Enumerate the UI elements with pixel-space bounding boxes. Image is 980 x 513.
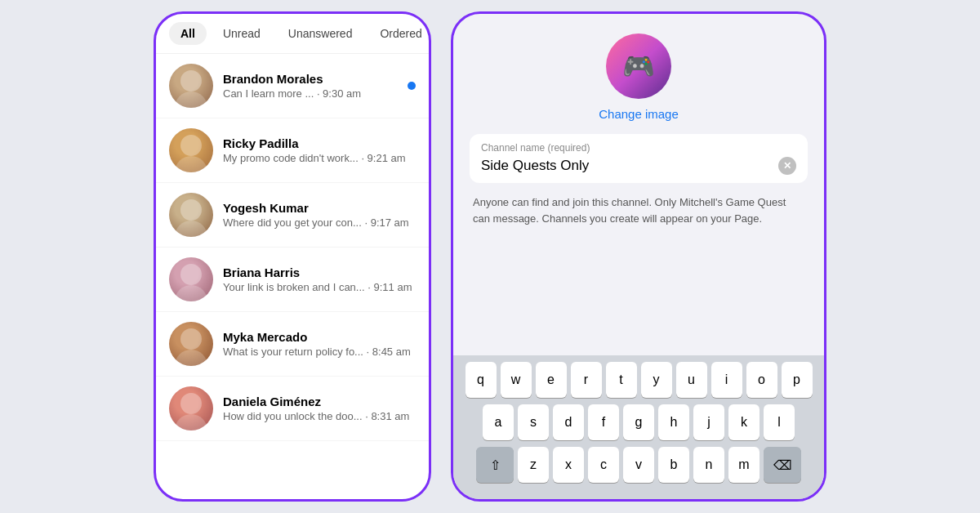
right-phone: 🎮 Change image Channel name (required) ✕… (451, 11, 826, 502)
convo-content-briana: Briana Harris Your link is broken and I … (223, 265, 416, 293)
avatar-briana (169, 257, 213, 301)
key-h[interactable]: h (658, 404, 689, 440)
convo-name-yogesh: Yogesh Kumar (223, 201, 416, 215)
conversation-list: Brandon Morales Can I learn more ... · 9… (156, 54, 429, 499)
key-d[interactable]: d (553, 404, 584, 440)
convo-content-yogesh: Yogesh Kumar Where did you get your con.… (223, 201, 416, 229)
convo-preview-briana: Your link is broken and I can... · 9:11 … (223, 281, 416, 293)
key-a[interactable]: a (483, 404, 514, 440)
channel-name-input[interactable] (481, 158, 778, 174)
convo-myka[interactable]: Myka Mercado What is your return policy … (156, 312, 429, 377)
key-w[interactable]: w (501, 362, 532, 398)
key-i[interactable]: i (711, 362, 742, 398)
shift-key[interactable]: ⇧ (476, 447, 514, 483)
key-z[interactable]: z (518, 447, 549, 483)
key-q[interactable]: q (466, 362, 497, 398)
convo-name-briana: Briana Harris (223, 265, 416, 279)
left-phone: All Unread Unanswered Ordered Brandon Mo… (154, 11, 431, 502)
convo-preview-ricky: My promo code didn't work... · 9:21 am (223, 152, 416, 164)
convo-name-myka: Myka Mercado (223, 330, 416, 344)
convo-name-brandon: Brandon Morales (223, 72, 398, 86)
convo-brandon[interactable]: Brandon Morales Can I learn more ... · 9… (156, 54, 429, 118)
convo-yogesh[interactable]: Yogesh Kumar Where did you get your con.… (156, 183, 429, 248)
key-r[interactable]: r (571, 362, 602, 398)
key-l[interactable]: l (764, 404, 795, 440)
channel-description: Anyone can find and join this channel. O… (470, 194, 808, 226)
channel-name-label: Channel name (required) (481, 142, 796, 154)
convo-briana[interactable]: Briana Harris Your link is broken and I … (156, 248, 429, 312)
key-u[interactable]: u (676, 362, 707, 398)
channel-input-row: ✕ (481, 157, 796, 175)
key-g[interactable]: g (623, 404, 654, 440)
key-o[interactable]: o (746, 362, 777, 398)
key-b[interactable]: b (658, 447, 689, 483)
key-t[interactable]: t (606, 362, 637, 398)
key-p[interactable]: p (782, 362, 813, 398)
key-s[interactable]: s (518, 404, 549, 440)
convo-ricky[interactable]: Ricky Padilla My promo code didn't work.… (156, 118, 429, 183)
key-y[interactable]: y (641, 362, 672, 398)
keyboard-row-2: a s d f g h j k l (457, 404, 821, 440)
clear-input-button[interactable]: ✕ (778, 157, 796, 175)
backspace-key[interactable]: ⌫ (764, 447, 801, 483)
convo-name-daniela: Daniela Giménez (223, 395, 416, 408)
keyboard: q w e r t y u i o p a s d f g h j k l (453, 355, 824, 499)
avatar-brandon (169, 64, 213, 108)
avatar-myka (169, 322, 213, 366)
convo-content-daniela: Daniela Giménez How did you unlock the d… (223, 395, 416, 422)
channel-name-container: Channel name (required) ✕ (470, 134, 808, 183)
key-k[interactable]: k (728, 404, 760, 440)
convo-name-ricky: Ricky Padilla (223, 136, 416, 150)
convo-preview-yogesh: Where did you get your con... · 9:17 am (223, 216, 416, 229)
tab-all[interactable]: All (169, 22, 207, 45)
key-x[interactable]: x (553, 447, 584, 483)
key-c[interactable]: c (588, 447, 619, 483)
key-v[interactable]: v (623, 447, 654, 483)
convo-daniela[interactable]: Daniela Giménez How did you unlock the d… (156, 377, 429, 441)
channel-form: 🎮 Change image Channel name (required) ✕… (453, 14, 824, 236)
convo-preview-brandon: Can I learn more ... · 9:30 am (223, 87, 398, 100)
avatar-daniela (169, 386, 213, 430)
key-m[interactable]: m (728, 447, 760, 483)
channel-avatar: 🎮 (606, 33, 671, 99)
avatar-ricky (169, 128, 213, 172)
key-e[interactable]: e (536, 362, 567, 398)
key-j[interactable]: j (693, 404, 724, 440)
key-f[interactable]: f (588, 404, 619, 440)
tab-ordered[interactable]: Ordered (368, 22, 431, 45)
convo-right-brandon (408, 82, 416, 90)
key-n[interactable]: n (693, 447, 724, 483)
keyboard-row-1: q w e r t y u i o p (457, 362, 821, 398)
convo-preview-myka: What is your return policy fo... · 8:45 … (223, 346, 416, 358)
screen-container: All Unread Unanswered Ordered Brandon Mo… (154, 11, 826, 502)
change-image-button[interactable]: Change image (599, 107, 679, 121)
convo-content-brandon: Brandon Morales Can I learn more ... · 9… (223, 72, 398, 100)
keyboard-row-3: ⇧ z x c v b n m ⌫ (457, 447, 821, 483)
avatar-yogesh (169, 193, 213, 237)
convo-content-ricky: Ricky Padilla My promo code didn't work.… (223, 136, 416, 164)
tab-unread[interactable]: Unread (212, 22, 272, 45)
unread-dot-brandon (408, 82, 416, 90)
filter-tabs: All Unread Unanswered Ordered (156, 14, 429, 54)
channel-avatar-image: 🎮 (606, 33, 671, 99)
convo-content-myka: Myka Mercado What is your return policy … (223, 330, 416, 358)
convo-preview-daniela: How did you unlock the doo... · 8:31 am (223, 410, 416, 422)
tab-unanswered[interactable]: Unanswered (277, 22, 364, 45)
